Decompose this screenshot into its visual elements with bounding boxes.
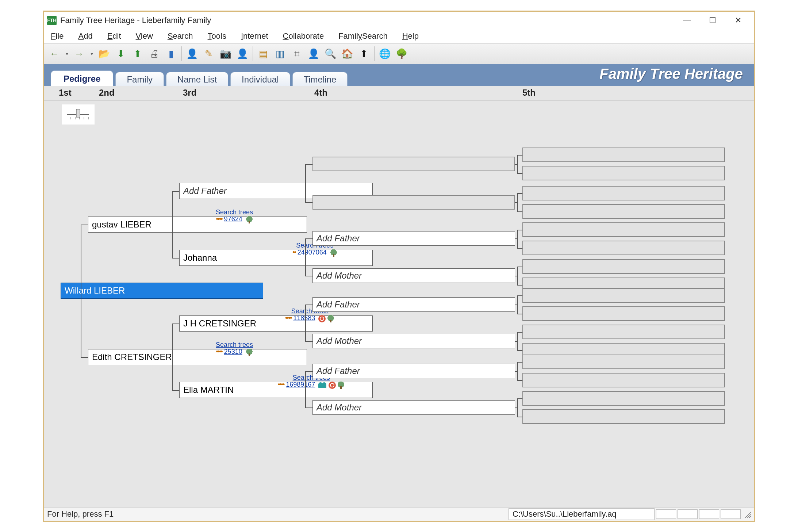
forward-icon[interactable]: → bbox=[71, 46, 87, 62]
person-gen5-slot-9[interactable] bbox=[522, 306, 725, 321]
find-icon[interactable]: 🔍 bbox=[322, 46, 338, 62]
menu-help[interactable]: Help bbox=[400, 31, 421, 42]
back-icon[interactable]: ← bbox=[46, 46, 62, 62]
person-gen4-fm-f[interactable]: Add Father bbox=[312, 231, 515, 246]
menu-collaborate[interactable]: Collaborate bbox=[281, 31, 326, 42]
app-window: FTH Family Tree Heritage - Lieberfamily … bbox=[43, 11, 755, 522]
brand-label: Family Tree Heritage bbox=[599, 66, 743, 82]
person-gen5-slot-15[interactable] bbox=[522, 409, 725, 424]
person-gen5-slot-12[interactable] bbox=[522, 355, 725, 369]
maximize-button[interactable]: ☐ bbox=[700, 13, 725, 28]
person-gen1[interactable]: Willard LIEBER bbox=[61, 283, 263, 299]
menu-search[interactable]: Search bbox=[165, 31, 195, 42]
search-trees-gen2-mother[interactable]: Search trees •••• 25310 bbox=[216, 341, 253, 356]
print-icon[interactable]: 🖨 bbox=[146, 46, 162, 62]
open-folder-icon[interactable]: 📂 bbox=[96, 46, 112, 62]
search-trees-gen2-father[interactable]: Search trees •••• 97624 bbox=[216, 209, 253, 223]
menu-edit[interactable]: Edit bbox=[105, 31, 123, 42]
close-button[interactable]: ✕ bbox=[725, 13, 751, 28]
tab-timeline[interactable]: Timeline bbox=[292, 72, 348, 86]
match-icon bbox=[329, 382, 336, 389]
edit-notes-icon[interactable]: ✎ bbox=[201, 46, 217, 62]
bookmark-icon[interactable]: ▮ bbox=[163, 46, 179, 62]
person-gen4-fm-m[interactable]: Add Mother bbox=[312, 268, 515, 283]
home-icon[interactable]: 🏠 bbox=[339, 46, 355, 62]
person-gen5-slot-5[interactable] bbox=[522, 241, 725, 255]
tab-pedigree[interactable]: Pedigree bbox=[51, 70, 113, 86]
menu-add[interactable]: Add bbox=[76, 31, 95, 42]
person-gen4-mm-f[interactable]: Add Father bbox=[312, 364, 515, 378]
person-gen5-slot-1[interactable] bbox=[522, 166, 725, 180]
person-gen2-father[interactable]: gustav LIEBER bbox=[88, 217, 307, 233]
app-icon: FTH bbox=[47, 16, 57, 25]
person-gen4-slot-0[interactable] bbox=[312, 157, 515, 171]
generation-header: 1st 2nd 3rd 4th 5th bbox=[44, 86, 754, 101]
calendar-icon[interactable]: ▥ bbox=[272, 46, 288, 62]
dna-icon bbox=[318, 382, 327, 389]
person-gen5-slot-2[interactable] bbox=[522, 186, 725, 200]
status-help-text: For Help, press F1 bbox=[47, 509, 509, 519]
tree-icon bbox=[246, 349, 253, 356]
status-cell-2 bbox=[678, 509, 698, 519]
generation-slider[interactable] bbox=[62, 104, 95, 125]
menu-bar: File Add Edit View Search Tools Internet… bbox=[44, 29, 754, 44]
person-gen5-slot-0[interactable] bbox=[522, 148, 725, 162]
media-icon[interactable]: 📷 bbox=[218, 46, 234, 62]
web-icon[interactable]: 🌐 bbox=[377, 46, 393, 62]
person-gen5-slot-10[interactable] bbox=[522, 325, 725, 339]
menu-view[interactable]: View bbox=[134, 31, 155, 42]
record-icon[interactable]: 👤 bbox=[306, 46, 322, 62]
import-icon[interactable]: ⬇ bbox=[113, 46, 129, 62]
person-gen4-mm-m[interactable]: Add Mother bbox=[312, 400, 515, 415]
person-gen4-mf-f[interactable]: Add Father bbox=[312, 297, 515, 312]
tree-icon bbox=[327, 315, 334, 322]
toolbar: ←▾→▾📂⬇⬆🖨▮👤✎📷👤▤▥⌗👤🔍🏠⬆🌐🌳 bbox=[44, 44, 754, 64]
menu-internet[interactable]: Internet bbox=[239, 31, 271, 42]
person-gen3-fm[interactable]: Johanna bbox=[179, 250, 373, 266]
status-cell-4 bbox=[721, 509, 741, 519]
tree-icon bbox=[337, 382, 345, 389]
add-person-icon[interactable]: 👤 bbox=[234, 46, 250, 62]
person-gen5-slot-8[interactable] bbox=[522, 288, 725, 303]
menu-file[interactable]: File bbox=[49, 31, 66, 42]
tree-icon bbox=[246, 216, 253, 223]
report-icon[interactable]: ▤ bbox=[255, 46, 271, 62]
gen-2-label: 2nd bbox=[99, 88, 115, 98]
gen-5-label: 5th bbox=[522, 88, 536, 98]
tree-icon[interactable]: 🌳 bbox=[394, 46, 410, 62]
forward-dropdown-icon[interactable]: ▾ bbox=[88, 46, 95, 62]
tree-icon bbox=[330, 249, 337, 257]
view-tabs: Pedigree Family Name List Individual Tim… bbox=[44, 64, 754, 86]
up-arrow-icon[interactable]: ⬆ bbox=[356, 46, 372, 62]
export-icon[interactable]: ⬆ bbox=[130, 46, 146, 62]
person-gen4-mf-m[interactable]: Add Mother bbox=[312, 334, 515, 348]
person-gen5-slot-6[interactable] bbox=[522, 259, 725, 274]
person-gen5-slot-4[interactable] bbox=[522, 222, 725, 237]
menu-familysearch[interactable]: FamilySearch bbox=[336, 31, 390, 42]
svg-rect-6 bbox=[76, 109, 80, 117]
edit-person-icon[interactable]: 👤 bbox=[184, 46, 200, 62]
title-bar: FTH Family Tree Heritage - Lieberfamily … bbox=[44, 12, 754, 29]
person-gen4-slot-1[interactable] bbox=[312, 195, 515, 210]
status-file-path: C:\Users\Su..\Lieberfamily.aq bbox=[509, 508, 655, 520]
pedigree-canvas: Willard LIEBER gustav LIEBER Search tree… bbox=[44, 101, 754, 508]
tab-namelist[interactable]: Name List bbox=[166, 72, 228, 86]
minimize-button[interactable]: — bbox=[674, 13, 700, 28]
tab-individual[interactable]: Individual bbox=[230, 72, 290, 86]
status-bar: For Help, press F1 C:\Users\Su..\Lieberf… bbox=[44, 508, 754, 521]
relationship-icon[interactable]: ⌗ bbox=[289, 46, 305, 62]
person-gen5-slot-13[interactable] bbox=[522, 373, 725, 387]
person-gen5-slot-14[interactable] bbox=[522, 391, 725, 406]
person-gen5-slot-3[interactable] bbox=[522, 204, 725, 219]
gen-3-label: 3rd bbox=[183, 88, 196, 98]
gen-1-label: 1st bbox=[59, 88, 72, 98]
back-dropdown-icon[interactable]: ▾ bbox=[63, 46, 70, 62]
person-gen2-mother[interactable]: Edith CRETSINGER bbox=[88, 349, 307, 365]
resize-grip[interactable] bbox=[743, 510, 751, 518]
window-title: Family Tree Heritage - Lieberfamily Fami… bbox=[60, 16, 211, 25]
match-icon bbox=[318, 315, 326, 322]
tab-family[interactable]: Family bbox=[115, 72, 164, 86]
status-cell-1 bbox=[656, 509, 676, 519]
menu-tools[interactable]: Tools bbox=[206, 31, 229, 42]
person-gen3-mf[interactable]: J H CRETSINGER bbox=[179, 315, 373, 332]
